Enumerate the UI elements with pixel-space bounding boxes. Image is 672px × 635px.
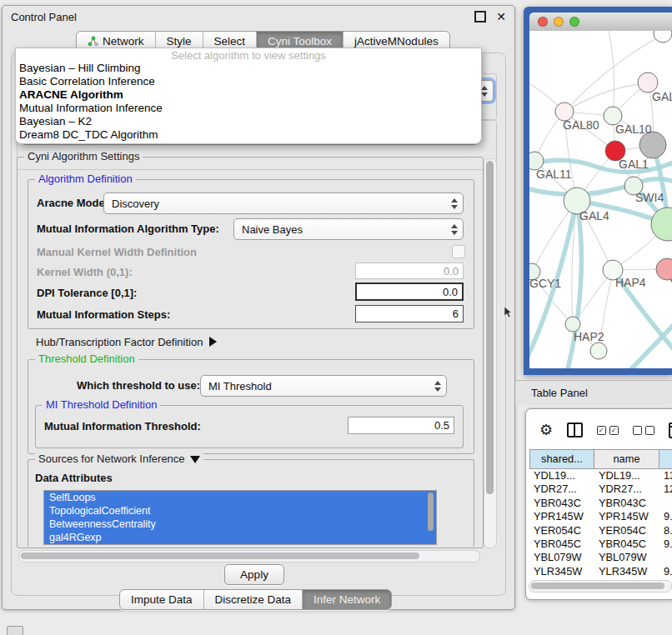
table-cell: YPR145W bbox=[529, 510, 594, 523]
network-window-titlebar[interactable] bbox=[529, 12, 672, 31]
table-cell: 9. bbox=[659, 510, 672, 523]
table-horizontal-scrollbar[interactable] bbox=[529, 580, 672, 592]
mi-threshold-label: Mutual Information Threshold: bbox=[44, 420, 201, 432]
table-header-row: shared...nameA bbox=[529, 449, 672, 469]
table-cell: YLR345W bbox=[594, 565, 659, 578]
dropdown-option[interactable]: Mutual Information Inference bbox=[16, 102, 481, 115]
float-window-icon[interactable] bbox=[474, 11, 486, 22]
table-row[interactable]: YBR045CYBR045C9. bbox=[529, 538, 672, 551]
dropdown-option[interactable]: ARACNE Algorithm bbox=[16, 88, 481, 102]
table-cell: YBL079W bbox=[594, 551, 659, 564]
node-label: SWI4 bbox=[635, 191, 664, 204]
node-label: HAP2 bbox=[574, 330, 604, 343]
table-row[interactable]: YLR345WYLR345W9. bbox=[529, 565, 672, 578]
tab-label: Select bbox=[214, 35, 246, 48]
network-edge[interactable] bbox=[564, 83, 646, 112]
table-cell: 13 bbox=[659, 469, 672, 482]
column-header[interactable]: shared... bbox=[529, 449, 594, 469]
dropdown-option[interactable]: Basic Correlation Inference bbox=[16, 75, 481, 88]
sources-group: Sources for Network Inference Data Attri… bbox=[28, 459, 474, 547]
mi-steps-field[interactable] bbox=[355, 305, 464, 322]
control-panel-titlebar: Control Panel ✕ bbox=[3, 6, 514, 28]
table-cell: YER054C bbox=[529, 524, 594, 538]
sources-group-title: Sources for Network Inference bbox=[35, 452, 203, 465]
threshold-definition-title: Threshold Definition bbox=[35, 352, 138, 365]
node-label: GAL11 bbox=[536, 168, 572, 181]
checked-boxes-icon[interactable]: ✓✓ bbox=[597, 426, 619, 435]
list-scrollbar[interactable] bbox=[427, 492, 434, 542]
mi-steps-label: Mutual Information Steps: bbox=[37, 308, 170, 321]
bottom-tab-label: Discretize Data bbox=[215, 593, 292, 606]
column-header[interactable]: name bbox=[594, 449, 659, 469]
manual-kernel-checkbox[interactable] bbox=[452, 245, 465, 258]
mouse-cursor bbox=[504, 307, 513, 318]
table-cell bbox=[659, 497, 672, 510]
table-row[interactable]: YER054CYER054C8. bbox=[529, 524, 672, 538]
which-threshold-value: MI Threshold bbox=[201, 380, 429, 392]
attribute-list-item[interactable]: BetweennessCentrality bbox=[44, 518, 436, 531]
mi-algorithm-type-value: Naive Bayes bbox=[234, 223, 446, 236]
apply-button[interactable]: Apply bbox=[224, 564, 284, 585]
bottom-tab-infer-network[interactable]: Infer Network bbox=[303, 590, 391, 609]
minimize-traffic-light[interactable] bbox=[554, 17, 564, 27]
table-cell: YBL079W bbox=[529, 551, 594, 564]
network-node[interactable] bbox=[590, 342, 607, 359]
which-threshold-combo[interactable]: MI Threshold bbox=[200, 375, 447, 397]
settings-horizontal-scrollbar[interactable] bbox=[18, 550, 480, 562]
column-header[interactable]: A bbox=[659, 449, 672, 469]
table-cell: 8. bbox=[659, 524, 672, 538]
bottom-tab-discretize-data[interactable]: Discretize Data bbox=[204, 590, 303, 609]
close-traffic-light[interactable] bbox=[538, 17, 548, 27]
bottom-tab-impute-data[interactable]: Impute Data bbox=[120, 590, 204, 609]
close-icon[interactable]: ✕ bbox=[496, 10, 506, 23]
tab-label: jActiveMNodules bbox=[354, 35, 439, 48]
attribute-list-item[interactable]: gal4RGexp bbox=[44, 531, 436, 544]
dpi-tolerance-field[interactable] bbox=[355, 282, 464, 301]
dropdown-option[interactable]: Dream8 DC_TDC Algorithm bbox=[16, 128, 481, 142]
kernel-width-field[interactable] bbox=[355, 262, 464, 279]
data-attributes-list[interactable]: SelfLoopsTopologicalCoefficientBetweenne… bbox=[43, 490, 437, 545]
kernel-width-label: Kernel Width (0,1): bbox=[37, 266, 133, 278]
mi-threshold-field[interactable] bbox=[348, 417, 454, 434]
threshold-definition-group: Threshold Definition Which threshold to … bbox=[28, 359, 474, 454]
dropdown-option[interactable]: Bayesian – Hill Climbing bbox=[16, 62, 481, 75]
panel-icon[interactable] bbox=[669, 422, 672, 438]
attribute-list-item[interactable]: SelfLoops bbox=[44, 491, 436, 504]
table-cell: YER054C bbox=[594, 524, 659, 538]
table-row[interactable]: YDL19...YDL19...13 bbox=[529, 469, 672, 482]
gear-icon[interactable]: ⚙ bbox=[539, 422, 553, 438]
algorithm-definition-title: Algorithm Definition bbox=[35, 172, 136, 185]
table-row[interactable]: YBR043CYBR043C bbox=[529, 497, 672, 510]
table-row[interactable]: YDR27...YDR27...12 bbox=[529, 482, 672, 496]
bottom-tab-bar: Impute DataDiscretize DataInfer Network bbox=[119, 589, 392, 610]
mi-algorithm-type-combo[interactable]: Naive Bayes bbox=[233, 218, 464, 240]
collapsed-panel-grip[interactable] bbox=[7, 626, 23, 635]
mi-type-label: Mutual Information Algorithm Type: bbox=[37, 222, 219, 235]
hub-definition-expander[interactable]: Hub/Transcription Factor Definition bbox=[36, 336, 217, 348]
network-node[interactable] bbox=[651, 208, 672, 241]
bottom-tab-label: Infer Network bbox=[313, 593, 380, 606]
split-columns-icon[interactable] bbox=[567, 422, 582, 438]
network-canvas[interactable]: GALGAL80GAL10GAL1GAL11SWI4GAL4GCY1HAP4YH… bbox=[529, 31, 672, 368]
mi-threshold-group-title: MI Threshold Definition bbox=[43, 398, 160, 411]
attribute-list-item[interactable]: TopologicalCoefficient bbox=[44, 504, 436, 518]
dropdown-option[interactable]: Bayesian – K2 bbox=[16, 115, 481, 128]
table-cell: 9. bbox=[659, 565, 672, 578]
table-cell: YBR043C bbox=[529, 497, 594, 510]
table-cell: YLR345W bbox=[529, 565, 594, 578]
settings-vertical-scrollbar[interactable] bbox=[484, 158, 497, 548]
table-row[interactable]: YBL079WYBL079W bbox=[529, 551, 672, 564]
zoom-traffic-light[interactable] bbox=[569, 17, 579, 27]
table-row[interactable]: YPR145WYPR145W9. bbox=[529, 510, 672, 523]
network-edge[interactable] bbox=[609, 31, 614, 116]
network-node[interactable] bbox=[654, 31, 672, 42]
data-attributes-label: Data Attributes bbox=[35, 472, 113, 484]
node-label: GAL10 bbox=[615, 122, 652, 136]
table-cell bbox=[659, 551, 672, 564]
node-label: GAL4 bbox=[579, 209, 609, 222]
network-graph: GALGAL80GAL10GAL1GAL11SWI4GAL4GCY1HAP4YH… bbox=[529, 31, 672, 368]
aracne-mode-combo[interactable]: Discovery bbox=[103, 192, 464, 214]
unchecked-boxes-icon[interactable] bbox=[633, 426, 654, 435]
network-icon bbox=[88, 36, 98, 47]
mi-threshold-group: MI Threshold Definition Mutual Informati… bbox=[35, 405, 464, 448]
